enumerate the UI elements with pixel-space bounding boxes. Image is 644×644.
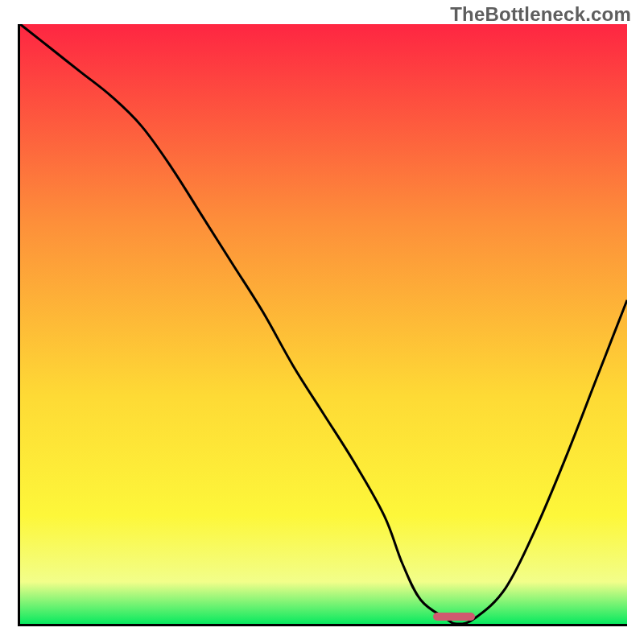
chart-canvas: TheBottleneck.com <box>0 0 644 644</box>
optimal-range-marker <box>433 613 476 621</box>
plot-axes <box>18 24 627 626</box>
watermark-text: TheBottleneck.com <box>450 3 631 26</box>
plot-svg <box>20 24 627 624</box>
gradient-background <box>20 24 627 624</box>
